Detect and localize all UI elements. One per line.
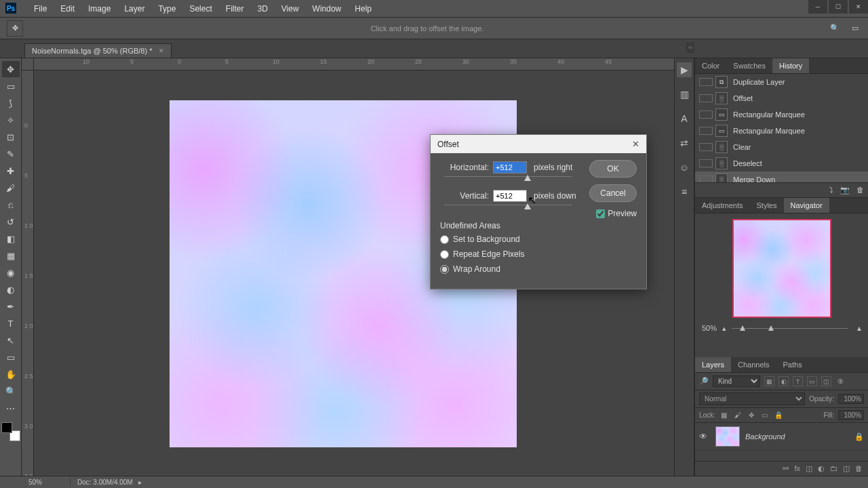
radio-wrap-around[interactable] — [440, 265, 449, 274]
history-item[interactable]: ⧉Duplicate Layer — [695, 74, 868, 90]
character-icon[interactable]: A — [677, 111, 692, 126]
filter-type-icon[interactable]: T — [793, 376, 803, 386]
crop-tool[interactable]: ⊡ — [2, 129, 20, 145]
layer-thumbnail[interactable] — [715, 426, 740, 447]
menu-help[interactable]: Help — [348, 4, 378, 14]
healing-brush-tool[interactable]: ✚ — [2, 163, 20, 179]
color-swatches[interactable] — [1, 422, 20, 441]
blur-tool[interactable]: ◉ — [2, 264, 20, 281]
close-tab-icon[interactable]: ✕ — [159, 47, 164, 54]
tab-color[interactable]: Color — [695, 58, 726, 73]
filter-smart-icon[interactable]: ◫ — [821, 376, 831, 386]
trash-icon[interactable]: 🗑 — [856, 186, 864, 195]
fg-color-swatch[interactable] — [1, 422, 12, 433]
blend-mode-select[interactable]: Normal — [699, 392, 805, 405]
filter-shape-icon[interactable]: ▭ — [807, 376, 817, 386]
eraser-tool[interactable]: ◧ — [2, 230, 20, 247]
hand-tool[interactable]: ✋ — [2, 366, 20, 382]
layer-visibility-icon[interactable]: 👁 — [699, 432, 710, 441]
menu-file[interactable]: File — [27, 4, 54, 14]
panel-expander-left[interactable]: ‹‹ — [686, 42, 694, 53]
link-layers-icon[interactable]: ⚯ — [783, 464, 789, 473]
tab-navigator[interactable]: Navigator — [784, 198, 829, 213]
misc-tool[interactable]: ⋯ — [2, 400, 20, 416]
dialog-titlebar[interactable]: Offset ✕ — [431, 135, 646, 153]
type-tool[interactable]: T — [2, 315, 20, 331]
tab-channels[interactable]: Channels — [731, 357, 776, 372]
lock-position-icon[interactable]: ✥ — [747, 411, 756, 420]
document-tab[interactable]: NoiseNormals.tga @ 50% (RGB/8) * ✕ — [24, 43, 172, 58]
lock-artboard-icon[interactable]: ▭ — [760, 411, 770, 420]
filter-search-icon[interactable]: 🔎 — [699, 377, 709, 386]
history-item[interactable]: ░Clear — [695, 139, 868, 155]
close-window-button[interactable]: ✕ — [849, 0, 868, 14]
brush-tool[interactable]: 🖌 — [2, 180, 20, 196]
opacity-value[interactable]: 100% — [838, 394, 864, 404]
delete-layer-icon[interactable]: 🗑 — [855, 464, 863, 473]
lock-all-icon[interactable]: 🔒 — [774, 411, 783, 420]
tab-adjustments[interactable]: Adjustments — [695, 198, 750, 213]
history-list[interactable]: ⧉Duplicate Layer ░Offset ▭Rectangular Ma… — [695, 74, 868, 182]
menu-type[interactable]: Type — [151, 4, 182, 14]
ok-button[interactable]: OK — [589, 160, 637, 178]
filter-toggle-icon[interactable]: ⦿ — [835, 376, 846, 386]
new-snapshot-icon[interactable]: ⤵ — [829, 186, 833, 195]
filter-adjust-icon[interactable]: ◐ — [778, 376, 789, 386]
clone-stamp-tool[interactable]: ⎌ — [2, 197, 20, 213]
layer-group-icon[interactable]: 🗀 — [830, 464, 837, 473]
layer-style-icon[interactable]: fx — [794, 464, 800, 473]
status-doc-info[interactable]: Doc: 3.00M/4.00M — [71, 479, 133, 486]
tab-styles[interactable]: Styles — [750, 198, 784, 213]
zoom-out-icon[interactable]: ▴ — [722, 324, 726, 333]
layer-mask-icon[interactable]: ◫ — [806, 464, 812, 473]
layer-name[interactable]: Background — [745, 432, 785, 441]
menu-3d[interactable]: 3D — [250, 4, 274, 14]
dodge-tool[interactable]: ◐ — [2, 281, 20, 298]
settings-icon[interactable]: ≡ — [677, 184, 692, 199]
horizontal-input[interactable] — [493, 161, 527, 174]
lasso-tool[interactable]: ⟆ — [2, 95, 20, 111]
new-layer-icon[interactable]: ◫ — [843, 464, 850, 473]
move-tool[interactable]: ✥ — [2, 61, 20, 77]
tab-swatches[interactable]: Swatches — [726, 58, 772, 73]
menu-layer[interactable]: Layer — [117, 4, 151, 14]
swap-icon[interactable]: ⇄ — [677, 136, 692, 150]
cancel-button[interactable]: Cancel — [589, 184, 637, 202]
layer-row[interactable]: 👁 Background 🔒 — [695, 423, 868, 451]
preview-checkbox-label[interactable]: Preview — [589, 209, 637, 218]
tab-history[interactable]: History — [772, 58, 809, 73]
status-menu-icon[interactable]: ▸ — [138, 479, 142, 486]
eyedropper-tool[interactable]: ✎ — [2, 146, 20, 162]
zoom-in-icon[interactable]: ▴ — [857, 323, 861, 333]
radio-repeat-edge[interactable] — [440, 250, 449, 259]
navigator-zoom-value[interactable]: 50% — [702, 324, 717, 332]
menu-image[interactable]: Image — [81, 4, 117, 14]
histogram-icon[interactable]: ▥ — [677, 87, 692, 102]
menu-view[interactable]: View — [275, 4, 306, 14]
menu-edit[interactable]: Edit — [54, 4, 81, 14]
panel-toggle-icon[interactable]: ▭ — [848, 21, 863, 36]
dialog-close-icon[interactable]: ✕ — [632, 139, 639, 149]
navigator-preview[interactable] — [732, 219, 831, 318]
horizontal-slider[interactable] — [444, 176, 572, 177]
rect-marquee-tool[interactable]: ▭ — [2, 78, 20, 94]
gradient-tool[interactable]: ▦ — [2, 247, 20, 264]
maximize-button[interactable]: ☐ — [829, 0, 848, 14]
history-item[interactable]: ░Deselect — [695, 155, 868, 171]
ruler-vertical[interactable]: 0 5 1 0 1 5 2 0 2 5 3 0 3 5 — [22, 70, 34, 476]
lock-pixels-icon[interactable]: 🖌 — [733, 411, 743, 420]
tab-paths[interactable]: Paths — [776, 357, 809, 372]
user-icon[interactable]: ☺ — [677, 160, 692, 175]
camera-icon[interactable]: 📷 — [840, 186, 850, 195]
history-item[interactable]: ▭Rectangular Marquee — [695, 123, 868, 139]
fill-value[interactable]: 100% — [838, 410, 864, 420]
path-selection-tool[interactable]: ↖ — [2, 332, 20, 348]
zoom-tool[interactable]: 🔍 — [2, 383, 20, 399]
menu-window[interactable]: Window — [306, 4, 349, 14]
tab-layers[interactable]: Layers — [695, 357, 731, 372]
radio-set-to-background[interactable] — [440, 235, 449, 244]
lock-transparent-icon[interactable]: ▦ — [719, 411, 729, 420]
search-icon[interactable]: 🔍 — [827, 21, 842, 36]
filter-kind-select[interactable]: Kind — [713, 375, 760, 387]
status-zoom[interactable]: 50% — [24, 479, 71, 486]
